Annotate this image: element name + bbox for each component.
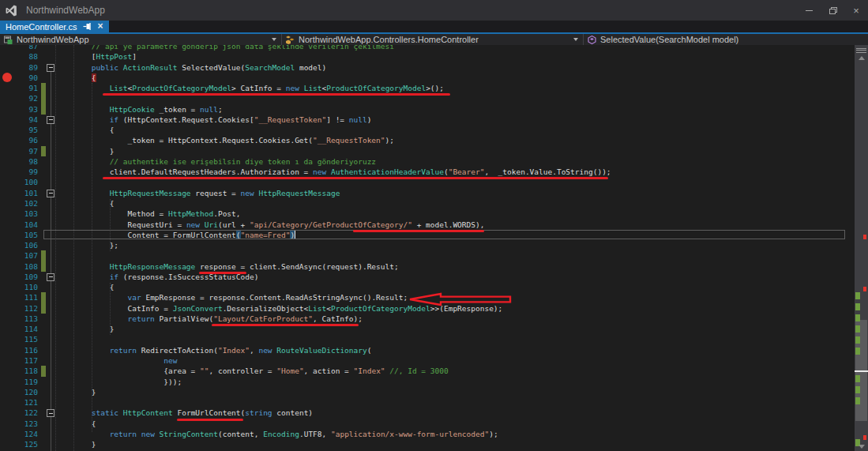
glyph-margin[interactable] [0, 250, 16, 261]
code-line[interactable]: 105 Content = FormUrlContent("name=Fred"… [0, 230, 845, 240]
code-line[interactable]: 103 Method = HttpMethod.Post, [0, 209, 845, 219]
glyph-margin[interactable] [0, 146, 16, 156]
code-line[interactable]: 94 if (HttpContext.Request.Cookies["__Re… [0, 115, 845, 125]
outlining-margin [46, 220, 55, 230]
code-line[interactable]: 90 { [0, 73, 845, 83]
code-line[interactable]: 92 [0, 93, 845, 103]
code-line[interactable]: 114 } [0, 324, 845, 334]
glyph-margin[interactable] [0, 261, 16, 272]
glyph-margin[interactable] [0, 62, 16, 73]
restore-button[interactable] [821, 0, 844, 21]
minimize-button[interactable] [797, 0, 821, 21]
glyph-margin[interactable] [0, 366, 16, 376]
code-editor[interactable]: 87 // api ye parametre gönderip json dat… [0, 45, 855, 451]
glyph-margin[interactable] [0, 198, 16, 209]
code-line[interactable]: 121 [0, 397, 845, 408]
code-line[interactable]: 112 CatInfo = JsonConvert.DeserializeObj… [0, 303, 845, 314]
glyph-margin[interactable] [0, 429, 16, 439]
glyph-margin[interactable] [0, 334, 16, 344]
code-line[interactable]: 102 { [0, 198, 845, 209]
glyph-margin[interactable] [0, 177, 16, 187]
glyph-margin[interactable] [0, 73, 16, 83]
code-line[interactable]: 98 // authentike ise erişebilsin diye to… [0, 156, 845, 167]
glyph-margin[interactable] [0, 419, 16, 429]
glyph-margin[interactable] [0, 115, 16, 125]
code-line[interactable]: 122 static HttpContent FormUrlContent(st… [0, 408, 845, 418]
code-line[interactable]: 106 }; [0, 240, 845, 250]
glyph-margin[interactable] [0, 104, 16, 115]
code-line[interactable]: 95 { [0, 125, 845, 135]
code-line[interactable]: 120 } [0, 387, 845, 397]
glyph-margin[interactable] [0, 387, 16, 397]
code-line[interactable]: 119 })); [0, 377, 845, 387]
code-line[interactable]: 99 client.DefaultRequestHeaders.Authoriz… [0, 167, 845, 177]
glyph-margin[interactable] [0, 45, 16, 51]
glyph-margin[interactable] [0, 220, 16, 230]
scroll-up-button[interactable] [859, 56, 865, 60]
code-line[interactable]: 104 RequestUri = new Uri(url + "api/Cate… [0, 220, 845, 230]
code-line[interactable]: 124 return new StringContent(content, En… [0, 429, 845, 439]
code-line[interactable]: 100 [0, 177, 845, 187]
code-line[interactable]: 111 var EmpResponse = response.Content.R… [0, 292, 845, 303]
line-number: 93 [16, 104, 38, 115]
document-tab[interactable]: HomeController.cs × [0, 21, 109, 32]
member-dropdown[interactable]: SelectedValue(SearchModel model) [584, 34, 868, 45]
glyph-margin[interactable] [0, 355, 16, 366]
project-dropdown[interactable]: NorthwindWebApp [0, 34, 281, 45]
code-line[interactable]: 109 if (response.IsSuccessStatusCode) [0, 272, 845, 282]
glyph-margin[interactable] [0, 156, 16, 167]
glyph-margin[interactable] [0, 209, 16, 219]
glyph-margin[interactable] [0, 292, 16, 303]
glyph-margin[interactable] [0, 439, 16, 449]
close-button[interactable]: × [844, 0, 868, 21]
glyph-margin[interactable] [0, 377, 16, 387]
code-line[interactable]: 117 new [0, 355, 845, 366]
glyph-margin[interactable] [0, 167, 16, 177]
pin-icon[interactable] [83, 22, 92, 31]
code-line[interactable]: 89 public ActionResult SelectedValue(Sea… [0, 62, 845, 73]
glyph-margin[interactable] [0, 93, 16, 103]
code-line[interactable]: 107 [0, 250, 845, 261]
scroll-down-button[interactable] [859, 445, 865, 449]
code-line[interactable]: 87 // api ye parametre gönderip json dat… [0, 45, 845, 51]
code-line[interactable]: 108 HttpResponseMessage response = clien… [0, 261, 845, 272]
glyph-margin[interactable] [0, 125, 16, 135]
breakpoint-indicator[interactable] [2, 73, 12, 82]
glyph-margin[interactable] [0, 51, 16, 62]
glyph-margin[interactable] [0, 324, 16, 334]
collapse-toggle[interactable] [47, 116, 54, 124]
collapse-toggle[interactable] [47, 64, 54, 72]
glyph-margin[interactable] [0, 303, 16, 314]
code-line[interactable]: 91 List<ProductOfCategoryModel> CatInfo … [0, 83, 845, 93]
glyph-margin[interactable] [0, 230, 16, 240]
collapse-toggle[interactable] [47, 409, 54, 417]
glyph-margin[interactable] [0, 83, 16, 93]
glyph-margin[interactable] [0, 135, 16, 145]
code-line[interactable]: 88 [HttpPost] [0, 51, 845, 62]
glyph-margin[interactable] [0, 272, 16, 282]
code-line[interactable]: 116 return RedirectToAction("Index", new… [0, 345, 845, 355]
glyph-margin[interactable] [0, 240, 16, 250]
code-line[interactable]: 125 } [0, 439, 845, 449]
type-dropdown[interactable]: NorthwindWebApp.Controllers.HomeControll… [282, 34, 583, 45]
glyph-margin[interactable] [0, 345, 16, 355]
code-line[interactable]: 97 } [0, 146, 845, 156]
code-line[interactable]: 115 [0, 334, 845, 344]
glyph-margin[interactable] [0, 188, 16, 198]
glyph-margin[interactable] [0, 314, 16, 324]
code-line[interactable]: 118 {area = "", controller = "Home", act… [0, 366, 845, 376]
vertical-scrollbar[interactable] [855, 45, 868, 451]
code-line[interactable]: 93 HttpCookie _token = null; [0, 104, 845, 115]
code-line[interactable]: 123 { [0, 419, 845, 429]
code-line[interactable]: 113 return PartialView("Layout/CatForPro… [0, 314, 845, 324]
collapse-toggle[interactable] [47, 273, 54, 281]
tab-close-icon[interactable]: × [97, 22, 103, 31]
glyph-margin[interactable] [0, 408, 16, 418]
splitter-handle-icon[interactable] [856, 47, 866, 53]
glyph-margin[interactable] [0, 282, 16, 292]
collapse-toggle[interactable] [47, 190, 54, 197]
code-line[interactable]: 101 HttpRequestMessage request = new Htt… [0, 188, 845, 198]
code-line[interactable]: 110 { [0, 282, 845, 292]
code-line[interactable]: 96 _token = HttpContext.Request.Cookies.… [0, 135, 845, 145]
glyph-margin[interactable] [0, 397, 16, 408]
